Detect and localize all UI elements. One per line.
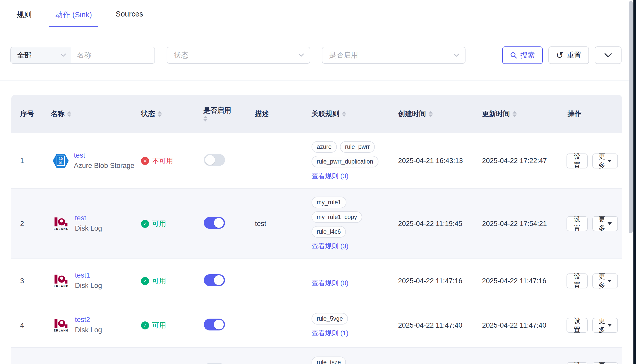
sink-type-label: Disk Log xyxy=(75,325,102,335)
sink-name-link[interactable]: test xyxy=(74,151,134,159)
column-header[interactable]: 是否启用 xyxy=(201,106,248,122)
reset-icon: ↺ xyxy=(556,51,564,60)
column-header[interactable]: 状态 xyxy=(141,110,201,118)
enabled-toggle[interactable] xyxy=(204,274,225,286)
description-cell xyxy=(248,153,309,169)
column-header[interactable]: 更新时间 xyxy=(477,110,561,118)
sort-icon[interactable] xyxy=(513,111,517,117)
rule-tags: rule_tszerule_tsze_duplication xyxy=(312,357,389,364)
view-rules-link[interactable]: 查看规则 (3) xyxy=(312,172,348,181)
sinks-table: 序号名称状态是否启用描述关联规则创建时间更新时间操作 1 1001 test A… xyxy=(11,95,622,364)
column-header-label: 名称 xyxy=(51,110,65,118)
sink-name-cell: 1001 test Azure Blob Storage xyxy=(50,144,141,178)
column-header: 序号 xyxy=(11,110,50,118)
sink-name-link[interactable]: test1 xyxy=(75,271,102,279)
column-header: 描述 xyxy=(248,110,309,118)
created-at: 2025-04-21 16:43:13 xyxy=(393,149,477,173)
sort-icon[interactable] xyxy=(158,111,162,117)
status-filter-select[interactable]: 状态 xyxy=(167,47,310,64)
enabled-toggle[interactable] xyxy=(204,363,225,364)
column-header-label: 操作 xyxy=(568,110,581,118)
enabled-toggle[interactable] xyxy=(204,319,225,330)
caret-down-icon xyxy=(608,324,612,327)
table-body: 1 1001 test Azure Blob Storage ✕ 不可用 azu… xyxy=(11,133,622,364)
table-row: 2 ERLANG test Disk Log ✓ 可用 test my_rule… xyxy=(11,188,622,258)
tab-规则[interactable]: 规则 xyxy=(17,10,32,27)
column-header-label: 描述 xyxy=(255,110,269,118)
tab-bar: 规则动作 (Sink)Sources xyxy=(0,0,636,27)
description-cell: test xyxy=(248,212,309,236)
enabled-toggle[interactable] xyxy=(204,154,225,166)
reset-button[interactable]: ↺ 重置 xyxy=(548,46,589,64)
actions-cell: 设置 更多 xyxy=(561,354,622,364)
row-index: 2 xyxy=(11,212,50,236)
settings-button[interactable]: 设置 xyxy=(567,273,588,288)
search-button[interactable]: 搜索 xyxy=(502,46,543,64)
chevron-down-icon xyxy=(454,53,459,57)
more-button[interactable]: 更多 xyxy=(592,153,618,168)
erlang-icon: ERLANG xyxy=(53,319,70,332)
row-index: 1 xyxy=(11,149,50,173)
updated-at: 2025-04-22 11:47:16 xyxy=(477,269,561,293)
rule-tags: rule_5vge xyxy=(312,313,389,325)
sort-icon[interactable] xyxy=(342,111,346,117)
filter-scope-select[interactable]: 全部 xyxy=(11,47,71,63)
column-header[interactable]: 名称 xyxy=(50,110,141,118)
search-icon xyxy=(510,52,517,59)
status-icon: ✓ xyxy=(141,277,149,285)
column-header[interactable]: 创建时间 xyxy=(393,110,477,118)
table-row: 1 1001 test Azure Blob Storage ✕ 不可用 azu… xyxy=(11,133,622,188)
settings-button[interactable]: 设置 xyxy=(567,318,588,333)
created-at: 2025-04-22 11:19:45 xyxy=(393,212,477,236)
view-rules-link[interactable]: 查看规则 (3) xyxy=(312,242,348,251)
vertical-scrollbar[interactable] xyxy=(629,1,633,233)
column-header: 操作 xyxy=(561,110,622,118)
column-header-label: 是否启用 xyxy=(203,106,231,115)
sort-icon[interactable] xyxy=(203,116,207,122)
tab-Sources[interactable]: Sources xyxy=(116,10,143,27)
name-filter-input[interactable] xyxy=(71,47,154,63)
column-header-label: 关联规则 xyxy=(312,110,339,118)
created-at: 2025-04-17 20:17:14 xyxy=(393,358,477,364)
enabled-filter-select[interactable]: 是否启用 xyxy=(322,47,466,64)
rule-tag: rule_pwrr_duplication xyxy=(312,156,378,167)
sort-icon[interactable] xyxy=(67,111,71,117)
rule-tag: rule_tsze xyxy=(312,357,346,364)
settings-button[interactable]: 设置 xyxy=(567,216,588,231)
view-rules-link[interactable]: 查看规则 (0) xyxy=(312,279,348,288)
sink-name-link[interactable]: test xyxy=(75,214,102,222)
rules-cell: 查看规则 (0) xyxy=(309,267,393,295)
rules-cell: rule_5vge 查看规则 (1) xyxy=(309,305,393,345)
status-cell: ✓ 可用 xyxy=(141,313,201,338)
erlang-icon: ERLANG xyxy=(53,217,70,230)
actions-cell: 设置 更多 xyxy=(561,266,622,296)
enabled-toggle[interactable] xyxy=(204,217,225,229)
description-cell xyxy=(248,318,309,333)
sink-name-cell: ERLANG test1 Disk Log xyxy=(50,264,141,298)
enabled-cell xyxy=(201,146,248,175)
column-header[interactable]: 关联规则 xyxy=(309,110,393,118)
rule-tag: my_rule1 xyxy=(312,197,346,208)
more-button[interactable]: 更多 xyxy=(592,362,618,364)
sort-icon[interactable] xyxy=(429,111,433,117)
column-header-label: 状态 xyxy=(141,110,155,118)
tab-动作 (Sink)[interactable]: 动作 (Sink) xyxy=(55,10,92,27)
view-rules-link[interactable]: 查看规则 (1) xyxy=(312,329,348,338)
more-button[interactable]: 更多 xyxy=(592,318,618,333)
rules-cell: rule_tszerule_tsze_duplication xyxy=(309,349,393,364)
sink-name-cell: ERLANG test Disk Log xyxy=(50,206,141,241)
toggle-knob xyxy=(214,218,224,228)
enabled-cell xyxy=(201,266,248,296)
status-icon: ✕ xyxy=(141,157,149,165)
settings-button[interactable]: 设置 xyxy=(567,362,588,364)
settings-button[interactable]: 设置 xyxy=(567,153,588,168)
rule-tag: my_rule1_copy xyxy=(312,211,362,223)
column-header-label: 更新时间 xyxy=(482,110,510,118)
toggle-knob xyxy=(205,155,215,165)
more-button[interactable]: 更多 xyxy=(592,273,618,288)
more-button[interactable]: 更多 xyxy=(592,216,618,231)
name-filter-group: 全部 xyxy=(10,47,155,64)
search-button-label: 搜索 xyxy=(521,50,535,60)
collapse-filters-button[interactable] xyxy=(595,46,622,64)
sink-name-link[interactable]: test2 xyxy=(75,316,102,324)
